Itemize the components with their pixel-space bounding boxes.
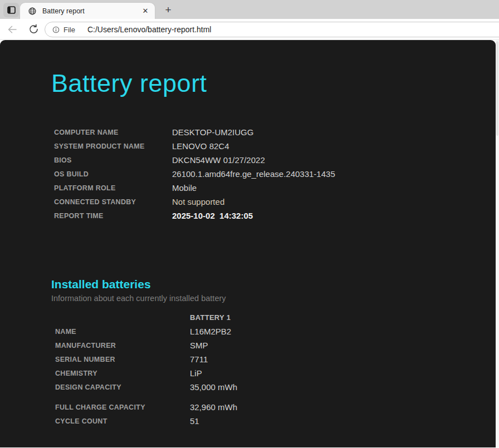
table-row: MANUFACTURER SMP bbox=[55, 338, 496, 352]
row-label: COMPUTER NAME bbox=[54, 129, 172, 136]
new-tab-button[interactable]: + bbox=[160, 3, 176, 17]
installed-batteries-heading: Installed batteries bbox=[51, 278, 496, 291]
table-row: BIOS DKCN54WW 01/27/2022 bbox=[54, 153, 496, 167]
tab-battery-report[interactable]: Battery report ✕ bbox=[20, 3, 155, 19]
row-value: L16M2PB2 bbox=[190, 327, 231, 336]
table-row: PLATFORM ROLE Mobile bbox=[54, 181, 496, 195]
row-label: MANUFACTURER bbox=[55, 342, 190, 349]
row-value: 51 bbox=[190, 416, 199, 426]
row-label: SYSTEM PRODUCT NAME bbox=[54, 142, 172, 150]
row-value: Mobile bbox=[172, 183, 197, 193]
row-value: 7711 bbox=[190, 355, 208, 364]
back-button[interactable] bbox=[4, 24, 20, 35]
table-header-row: BATTERY 1 bbox=[55, 311, 496, 324]
row-label: CYCLE COUNT bbox=[55, 417, 190, 425]
refresh-button[interactable] bbox=[26, 24, 41, 35]
scrollbar-thumb[interactable] bbox=[496, 41, 498, 136]
table-row: DESIGN CAPACITY 35,000 mWh bbox=[55, 380, 496, 394]
row-value: 35,000 mWh bbox=[190, 382, 237, 392]
system-info-table: COMPUTER NAME DESKTOP-UM2IUGG SYSTEM PRO… bbox=[54, 125, 496, 223]
address-bar[interactable]: File C:/Users/Lenovo/battery-report.html bbox=[45, 22, 499, 37]
info-icon[interactable] bbox=[52, 26, 60, 34]
table-row: FULL CHARGE CAPACITY 32,960 mWh bbox=[55, 400, 496, 414]
tab-actions-menu-icon bbox=[7, 6, 16, 14]
refresh-icon bbox=[28, 24, 39, 35]
row-label: SERIAL NUMBER bbox=[55, 356, 190, 363]
row-value: LENOVO 82C4 bbox=[172, 141, 229, 151]
row-label: CHEMISTRY bbox=[55, 370, 190, 377]
table-row: SYSTEM PRODUCT NAME LENOVO 82C4 bbox=[54, 139, 496, 153]
row-value: SMP bbox=[190, 341, 208, 350]
table-row: CHEMISTRY LiP bbox=[55, 366, 496, 380]
battery-column-header: BATTERY 1 bbox=[190, 313, 231, 322]
row-value: LiP bbox=[190, 368, 202, 378]
table-row: CONNECTED STANDBY Not supported bbox=[54, 195, 496, 209]
row-value: Not supported bbox=[172, 197, 224, 206]
url-scheme-label: File bbox=[63, 26, 75, 34]
row-label: FULL CHARGE CAPACITY bbox=[55, 403, 190, 411]
row-value: DESKTOP-UM2IUGG bbox=[172, 127, 253, 137]
table-row: REPORT TIME 2025-10-02 14:32:05 bbox=[54, 209, 496, 223]
table-section-gap bbox=[55, 394, 496, 400]
row-label: PLATFORM ROLE bbox=[54, 184, 172, 192]
row-value: DKCN54WW 01/27/2022 bbox=[172, 155, 265, 165]
tab-actions-menu-button[interactable] bbox=[3, 3, 19, 17]
table-row: COMPUTER NAME DESKTOP-UM2IUGG bbox=[54, 125, 496, 139]
tab-close-button[interactable]: ✕ bbox=[140, 6, 150, 16]
tab-title: Battery report bbox=[42, 7, 140, 15]
tab-strip: Battery report ✕ + bbox=[0, 0, 499, 19]
page-title: Battery report bbox=[51, 69, 496, 98]
row-label: DESIGN CAPACITY bbox=[55, 383, 190, 391]
row-value: 26100.1.amd64fre.ge_release.240331-1435 bbox=[172, 169, 335, 179]
row-label: OS BUILD bbox=[54, 170, 172, 178]
page-viewport: Battery report COMPUTER NAME DESKTOP-UM2… bbox=[0, 40, 499, 447]
row-value: 2025-10-02 14:32:05 bbox=[172, 211, 253, 220]
row-label: NAME bbox=[55, 328, 190, 336]
table-row: SERIAL NUMBER 7711 bbox=[55, 352, 496, 366]
table-row: CYCLE COUNT 51 bbox=[55, 414, 496, 428]
url-text[interactable]: C:/Users/Lenovo/battery-report.html bbox=[87, 25, 212, 34]
table-row: NAME L16M2PB2 bbox=[55, 324, 496, 338]
battery-report-page: Battery report COMPUTER NAME DESKTOP-UM2… bbox=[0, 40, 496, 447]
navigation-bar: File C:/Users/Lenovo/battery-report.html bbox=[0, 19, 499, 40]
scrollbar[interactable] bbox=[496, 40, 499, 447]
row-label: BIOS bbox=[54, 156, 172, 164]
installed-batteries-subtitle: Information about each currently install… bbox=[51, 293, 496, 304]
globe-icon bbox=[28, 7, 37, 16]
browser-window: Battery report ✕ + bbox=[0, 0, 499, 448]
back-arrow-icon bbox=[7, 24, 18, 35]
row-value: 32,960 mWh bbox=[190, 402, 237, 412]
table-row: OS BUILD 26100.1.amd64fre.ge_release.240… bbox=[54, 167, 496, 181]
row-label: REPORT TIME bbox=[54, 212, 172, 220]
battery-table: BATTERY 1 NAME L16M2PB2 MANUFACTURER SMP… bbox=[55, 311, 496, 428]
row-label: CONNECTED STANDBY bbox=[54, 198, 172, 206]
